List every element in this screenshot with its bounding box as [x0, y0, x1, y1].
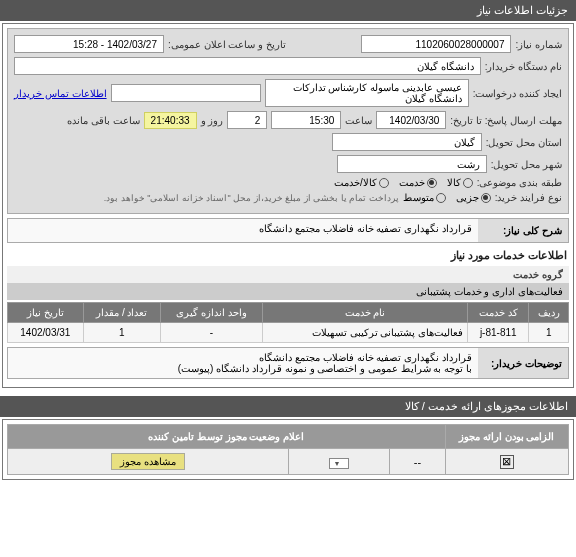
service-group-header: گروه خدمت [7, 266, 569, 283]
buyer-explain-label: توضیحات خریدار: [478, 348, 568, 378]
main-desc-row: شرح کلی نیاز: قرارداد نگهداری تصفیه خانه… [7, 218, 569, 243]
payment-note: پرداخت تمام یا بخشی از مبلغ خرید،از محل … [104, 193, 399, 203]
cell-qty: 1 [83, 323, 160, 343]
services-section-title: اطلاعات خدمات مورد نیاز [9, 249, 567, 262]
services-table: ردیف کد خدمت نام خدمت واحد اندازه گیری ت… [7, 302, 569, 343]
perm-col-status: اعلام وضعیت مجوز توسط تامین کننده [8, 425, 446, 449]
radio-small[interactable]: جزیی [456, 192, 491, 203]
page-title: جزئیات اطلاعات نیاز [477, 4, 568, 16]
service-group-value-bar: فعالیت‌های اداری و خدمات پشتیبانی [7, 283, 569, 300]
row-province: استان محل تحویل: گیلان [14, 133, 562, 151]
col-name: نام خدمت [262, 303, 467, 323]
deadline-label: مهلت ارسال پاسخ: تا تاریخ: [450, 115, 562, 126]
col-date: تاریخ نیاز [8, 303, 84, 323]
process-label: نوع فرایند خرید: [495, 192, 562, 203]
row-requester: ایجاد کننده درخواست: عیسی عابدینی ماسوله… [14, 79, 562, 107]
permissions-header: اطلاعات مجوزهای ارائه خدمت / کالا [0, 396, 576, 417]
remaining-label: ساعت باقی مانده [67, 115, 140, 126]
perm-required-cell: ⊠ [445, 449, 568, 475]
category-radio-group: کالا خدمت کالا/خدمت [334, 177, 473, 188]
row-city: شهر محل تحویل: رشت [14, 155, 562, 173]
perm-action-cell: مشاهده مجوز [8, 449, 289, 475]
radio-medium[interactable]: متوسط [403, 192, 446, 203]
cell-row: 1 [529, 323, 569, 343]
required-checkbox[interactable]: ⊠ [500, 455, 514, 469]
buyer-explain-text: قرارداد نگهداری تصفیه خانه فاضلاب مجتمع … [8, 348, 478, 378]
page-header: جزئیات اطلاعات نیاز [0, 0, 576, 21]
col-row: ردیف [529, 303, 569, 323]
city-field: رشت [337, 155, 487, 173]
view-permit-button[interactable]: مشاهده مجوز [111, 453, 185, 470]
days-field: 2 [227, 111, 267, 129]
main-panel: شماره نیاز: 1102060028000007 تاریخ و ساع… [2, 23, 574, 388]
requester-field: عیسی عابدینی ماسوله کارشناس تدارکات دانش… [265, 79, 469, 107]
category-label: طبقه بندی موضوعی: [477, 177, 562, 188]
permissions-title: اطلاعات مجوزهای ارائه خدمت / کالا [405, 400, 568, 412]
announce-field: 1402/03/27 - 15:28 [14, 35, 164, 53]
cell-code: j-81-811 [468, 323, 529, 343]
requester-label: ایجاد کننده درخواست: [473, 88, 562, 99]
permissions-panel: الزامی بودن ارائه مجوز اعلام وضعیت مجوز … [2, 419, 574, 480]
perm-dropdown-cell: ▼ [288, 449, 389, 475]
cell-name: فعالیت‌های پشتیبانی ترکیبی تسهیلات [262, 323, 467, 343]
row-category: طبقه بندی موضوعی: کالا خدمت کالا/خدمت [14, 177, 562, 188]
form-section: شماره نیاز: 1102060028000007 تاریخ و ساع… [7, 28, 569, 214]
chevron-down-icon: ▼ [334, 460, 341, 467]
city-label: شهر محل تحویل: [491, 159, 562, 170]
col-unit: واحد اندازه گیری [160, 303, 262, 323]
buyer-label: نام دستگاه خریدار: [485, 61, 562, 72]
row-buyer: نام دستگاه خریدار: دانشگاه گیلان [14, 57, 562, 75]
deadline-time-field: 15:30 [271, 111, 341, 129]
buyer-field: دانشگاه گیلان [14, 57, 481, 75]
deadline-date-field: 1402/03/30 [376, 111, 446, 129]
process-radio-group: جزیی متوسط [403, 192, 491, 203]
permissions-table: الزامی بودن ارائه مجوز اعلام وضعیت مجوز … [7, 424, 569, 475]
buyer-explain-row: توضیحات خریدار: قرارداد نگهداری تصفیه خا… [7, 347, 569, 379]
table-row: 1 j-81-811 فعالیت‌های پشتیبانی ترکیبی تس… [8, 323, 569, 343]
days-label: روز و [201, 115, 224, 126]
time-label-1: ساعت [345, 115, 372, 126]
perm-col-required: الزامی بودن ارائه مجوز [445, 425, 568, 449]
perm-dash-cell: -- [390, 449, 445, 475]
province-field: گیلان [332, 133, 482, 151]
row-deadline: مهلت ارسال پاسخ: تا تاریخ: 1402/03/30 سا… [14, 111, 562, 129]
buyer-contact-link[interactable]: اطلاعات تماس خریدار [14, 88, 107, 99]
row-need-no: شماره نیاز: 1102060028000007 تاریخ و ساع… [14, 35, 562, 53]
radio-khedmat[interactable]: خدمت [399, 177, 437, 188]
announce-label: تاریخ و ساعت اعلان عمومی: [168, 39, 286, 50]
need-no-field: 1102060028000007 [361, 35, 511, 53]
status-dropdown[interactable]: ▼ [329, 458, 350, 469]
row-process: نوع فرایند خرید: جزیی متوسط پرداخت تمام … [14, 192, 562, 203]
service-group-value: فعالیت‌های اداری و خدمات پشتیبانی [416, 286, 563, 297]
main-desc-text: قرارداد نگهداری تصفیه خانه فاضلاب مجتمع … [8, 219, 478, 242]
perm-row: ⊠ -- ▼ مشاهده مجوز [8, 449, 569, 475]
radio-kala[interactable]: کالا [447, 177, 473, 188]
cell-date: 1402/03/31 [8, 323, 84, 343]
main-desc-label: شرح کلی نیاز: [478, 219, 568, 242]
remaining-time-badge: 21:40:33 [144, 112, 197, 129]
need-no-label: شماره نیاز: [515, 39, 562, 50]
col-qty: تعداد / مقدار [83, 303, 160, 323]
contact-extra-field [111, 84, 261, 102]
province-label: استان محل تحویل: [486, 137, 562, 148]
col-code: کد خدمت [468, 303, 529, 323]
radio-both[interactable]: کالا/خدمت [334, 177, 389, 188]
service-group-label: گروه خدمت [513, 269, 563, 280]
cell-unit: - [160, 323, 262, 343]
